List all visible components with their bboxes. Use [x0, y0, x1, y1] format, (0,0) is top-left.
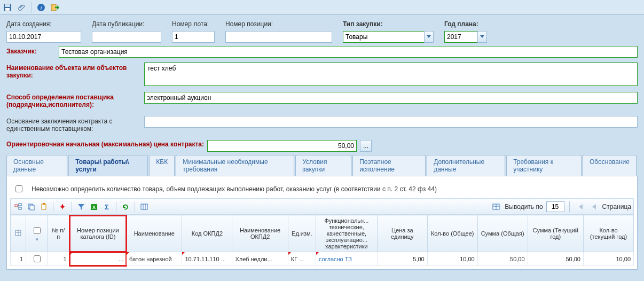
tab-participant[interactable]: Требования к участнику	[506, 155, 582, 176]
tree-expand-icon[interactable]	[13, 201, 23, 212]
svg-rect-16	[141, 204, 147, 209]
excel-icon[interactable]: X	[89, 201, 99, 212]
exit-icon[interactable]	[51, 3, 59, 12]
header-sum-total: Сумма (Общая)	[481, 230, 524, 237]
input-supplier-method[interactable]	[144, 92, 638, 104]
col-qty-year[interactable]: Кол-во (текущий год)	[583, 215, 633, 252]
col-okpd2[interactable]: Код ОКПД2	[182, 215, 232, 252]
cell-sum-total[interactable]: 50,00	[477, 252, 528, 266]
page-size-input[interactable]	[546, 201, 564, 212]
sum-icon[interactable]: Σ	[101, 201, 112, 212]
field-lot-no: Номер лота:	[172, 20, 215, 43]
tab-goods[interactable]: Товары\ работы\ услуги	[68, 155, 148, 176]
columns-icon[interactable]	[139, 201, 150, 212]
cell-rownum[interactable]: 1	[47, 252, 69, 266]
header-qty-year: Кол-во (текущий год)	[590, 227, 627, 240]
row-checkbox[interactable]	[34, 255, 41, 262]
show-by-label: Выводить по	[505, 203, 543, 210]
header-catalog-id: Номер позиции каталога (ID)	[77, 227, 119, 240]
col-price-unit[interactable]: Цена за единицу	[377, 215, 427, 252]
input-single-supplier[interactable]	[144, 116, 638, 128]
cell-okpd2-value: 10.71.11.110	[185, 256, 219, 262]
cell-qty-year[interactable]: 10,00	[583, 252, 633, 266]
col-okpd2-name[interactable]: Наименование ОКПД2	[232, 215, 288, 252]
input-pub-date[interactable]	[92, 31, 161, 43]
tab-main[interactable]: Основные данные	[6, 155, 67, 176]
tab-justification[interactable]: Обоснование	[583, 155, 637, 176]
col-rownum[interactable]: № п/п	[47, 215, 69, 252]
copy-icon[interactable]	[26, 201, 36, 212]
input-pos-no[interactable]	[225, 31, 332, 43]
tab-min-req[interactable]: Минимальные необходимые требования	[176, 155, 294, 176]
col-name[interactable]: Наименование	[127, 215, 182, 252]
svg-rect-7	[19, 204, 21, 206]
input-creation-date[interactable]	[6, 31, 81, 43]
tab-extra[interactable]: Дополнительные данные	[427, 155, 505, 176]
pin-icon[interactable]	[57, 201, 68, 212]
price-lookup-button[interactable]: ...	[360, 140, 372, 152]
lookup-icon[interactable]: ...	[119, 256, 123, 262]
col-func[interactable]: Функциональн... технические, качественны…	[316, 215, 377, 252]
svg-rect-10	[30, 205, 34, 210]
input-lot-no[interactable]	[172, 31, 215, 43]
checkbox-master-icon[interactable]	[34, 227, 41, 234]
cell-func[interactable]: согласно ТЗ	[316, 252, 377, 266]
field-purchase-type: Тип закупки:	[343, 20, 434, 43]
header-okpd2: Код ОКПД2	[192, 230, 223, 237]
table-row[interactable]: 1 1 ... батон нарезной 10.71.11.110 ... …	[11, 252, 634, 266]
tab-conditions[interactable]: Условия закупки	[295, 155, 351, 176]
filter-icon[interactable]	[76, 201, 87, 212]
label-pos-no: Номер позиции:	[225, 20, 332, 28]
checkbox-undeterminable[interactable]	[15, 185, 22, 192]
cell-sum-year[interactable]: 50,00	[528, 252, 583, 266]
attach-icon[interactable]	[17, 3, 26, 12]
col-qty-total[interactable]: Кол-во (Общее)	[427, 215, 477, 252]
label-price: Ориентировочная начальная (максимальная)…	[6, 140, 204, 148]
svg-rect-6	[15, 205, 18, 207]
tab-phased[interactable]: Поэтапное исполнение	[352, 155, 426, 176]
tab-kbk[interactable]: КБК	[149, 155, 175, 176]
separator	[116, 201, 116, 212]
select-purchase-type[interactable]	[343, 31, 434, 43]
label-creation-date: Дата создания:	[6, 20, 81, 28]
cell-unit[interactable]: КГ ...	[288, 252, 316, 266]
label-object-name: Наименование объекта или объектов закупк…	[6, 63, 140, 79]
lookup-icon[interactable]: ...	[221, 256, 226, 262]
cell-catalog-id[interactable]: ...	[69, 252, 126, 266]
chevron-down-icon[interactable]	[424, 31, 434, 43]
header-name: Наименование	[134, 230, 175, 237]
page-prev-icon[interactable]	[588, 201, 599, 212]
separator	[72, 201, 72, 212]
page-first-icon[interactable]	[575, 201, 585, 212]
grid-settings-icon[interactable]	[491, 201, 501, 212]
col-checkbox[interactable]: ▾	[26, 215, 48, 252]
col-catalog-id[interactable]: Номер позиции каталога (ID)	[69, 215, 126, 252]
svg-rect-8	[19, 207, 21, 209]
field-pub-date: Дата публикации:	[92, 20, 161, 43]
gear-icon	[14, 229, 22, 237]
cell-price-unit[interactable]: 5,00	[377, 252, 427, 266]
cell-okpd2-name[interactable]: Хлеб недли...	[232, 252, 288, 266]
cell-okpd2[interactable]: 10.71.11.110 ...	[182, 252, 232, 266]
textarea-object-name[interactable]	[144, 63, 638, 86]
refresh-icon[interactable]	[120, 201, 131, 212]
separator	[569, 201, 570, 212]
paste-icon[interactable]	[38, 201, 49, 212]
input-customer[interactable]	[59, 46, 638, 58]
grid-header-row: ▾ № п/п Номер позиции каталога (ID) Наим…	[11, 215, 634, 252]
svg-rect-12	[43, 203, 45, 205]
save-icon[interactable]	[3, 3, 12, 12]
col-unit[interactable]: Ед.изм.	[288, 215, 316, 252]
col-gear[interactable]	[11, 215, 26, 252]
svg-text:Σ: Σ	[105, 203, 109, 210]
cell-qty-total[interactable]: 10,00	[427, 252, 477, 266]
input-price[interactable]	[207, 140, 357, 152]
col-sum-year[interactable]: Сумма (Текущий год)	[528, 215, 583, 252]
cell-name[interactable]: батон нарезной	[127, 252, 182, 266]
info-icon[interactable]: i	[37, 3, 45, 12]
svg-rect-11	[42, 204, 46, 209]
field-creation-date: Дата создания:	[6, 20, 81, 43]
lookup-icon[interactable]: ...	[299, 256, 304, 262]
chevron-down-icon[interactable]	[477, 31, 487, 43]
col-sum-total[interactable]: Сумма (Общая)	[477, 215, 528, 252]
